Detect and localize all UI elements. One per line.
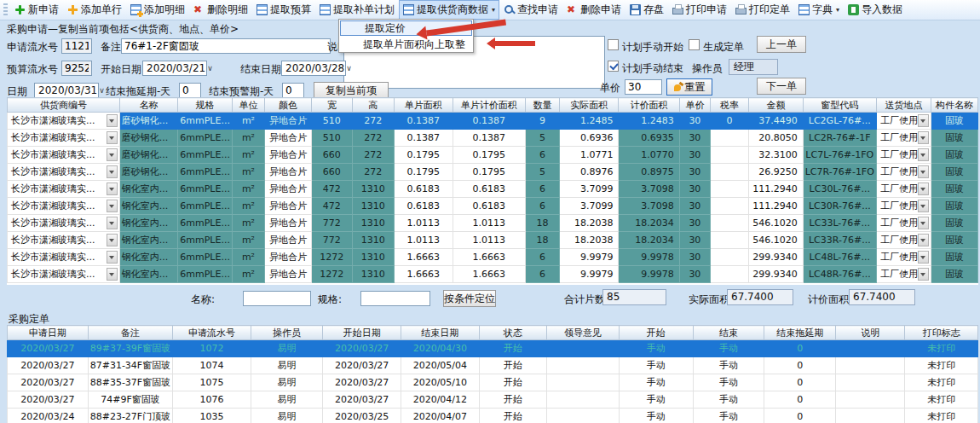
chevron-down-icon[interactable]: [918, 234, 929, 246]
cell[interactable]: LC7R-76#-1FO: [803, 164, 876, 181]
column-header[interactable]: 供货商编号: [8, 98, 120, 113]
cell[interactable]: 易明: [251, 409, 322, 423]
manual-end-checkbox[interactable]: [608, 61, 619, 72]
cell[interactable]: 0.1387: [453, 130, 526, 147]
cell[interactable]: 9.9978: [619, 249, 679, 266]
cell[interactable]: 1.6663: [394, 266, 453, 283]
cell[interactable]: 钢化室内...: [119, 249, 177, 266]
column-header[interactable]: 规格: [178, 98, 233, 113]
cell[interactable]: 未打印: [905, 374, 978, 391]
cell[interactable]: LC7L-76#-1FO: [803, 147, 876, 164]
reset-button[interactable]: 重置: [666, 78, 712, 96]
cell[interactable]: 30: [679, 232, 710, 249]
cell[interactable]: 开始: [479, 357, 546, 374]
cell[interactable]: 固玻: [931, 266, 977, 283]
extract-budget-button[interactable]: 提取预算: [252, 0, 315, 20]
delivery-dropdown-cell[interactable]: 工厂使用: [876, 130, 931, 147]
column-header[interactable]: 结束拖延期: [764, 326, 836, 340]
cell[interactable]: m²: [232, 130, 264, 147]
cell[interactable]: [547, 374, 620, 391]
cell[interactable]: 固玻: [931, 198, 977, 215]
cell[interactable]: 18.2038: [559, 215, 618, 232]
column-header[interactable]: 送货地点: [876, 98, 931, 113]
chevron-down-icon[interactable]: [918, 165, 929, 178]
cell[interactable]: 6: [526, 198, 560, 215]
column-header[interactable]: 开始日期: [323, 326, 401, 340]
delay-field[interactable]: [179, 83, 201, 98]
chevron-down-icon[interactable]: [107, 200, 118, 212]
cell[interactable]: 异地合片: [265, 130, 312, 147]
table-row[interactable]: 长沙市潇湘玻璃实...钢化室内...6mmPLE...m²异地合片1272131…: [8, 249, 978, 266]
column-header[interactable]: 结束: [693, 326, 764, 340]
cell[interactable]: 18.2038: [559, 232, 618, 249]
cell[interactable]: 0.6183: [453, 181, 526, 198]
cell[interactable]: [836, 374, 905, 391]
cell[interactable]: 6mmPLE...: [178, 266, 233, 283]
cell[interactable]: [711, 147, 749, 164]
cell[interactable]: 0.6935: [619, 130, 679, 147]
cell[interactable]: 89#37-39F窗固玻: [88, 340, 173, 357]
cell[interactable]: 2020/04/07: [401, 409, 480, 423]
cell[interactable]: 272: [352, 113, 394, 130]
supplier-dropdown-cell[interactable]: 长沙市潇湘玻璃实...: [8, 164, 120, 181]
cell[interactable]: 1.6663: [394, 249, 453, 266]
cell[interactable]: 固玻: [931, 215, 977, 232]
cell[interactable]: 异地合片: [265, 164, 312, 181]
cell[interactable]: 87#31-34F窗固玻: [88, 357, 173, 374]
column-header[interactable]: 构件名称: [931, 98, 977, 113]
table-row[interactable]: 长沙市潇湘玻璃实...磨砂钢化...6mmPLE...m²异地合片5102720…: [8, 130, 978, 147]
column-header[interactable]: 单价: [679, 98, 710, 113]
cell[interactable]: 钢化室内...: [119, 232, 177, 249]
chevron-down-icon[interactable]: [918, 251, 929, 264]
cell[interactable]: 0.1795: [394, 147, 453, 164]
cell[interactable]: 0.1795: [453, 147, 526, 164]
cell[interactable]: 6mmPLE...: [178, 215, 233, 232]
cell[interactable]: 2020/05/04: [401, 357, 480, 374]
cell[interactable]: 磨砂钢化...: [119, 113, 177, 130]
import-data-button[interactable]: 导入数据: [844, 0, 907, 20]
cell[interactable]: 1.2483: [619, 113, 679, 130]
copy-current-button[interactable]: 复制当前项: [314, 82, 389, 99]
cell[interactable]: 0: [764, 357, 836, 374]
cell[interactable]: 18.2034: [619, 215, 679, 232]
find-request-button[interactable]: 查找申请: [499, 0, 562, 20]
end-date-combo[interactable]: 2020/03/28∨: [281, 61, 346, 76]
cell[interactable]: [711, 215, 749, 232]
table-row[interactable]: 2020/03/2787#31-34F窗固玻1074易明2020/03/2720…: [8, 357, 978, 374]
chevron-down-icon[interactable]: [918, 217, 929, 229]
supplier-dropdown-cell[interactable]: 长沙市潇湘玻璃实...: [8, 198, 120, 215]
cell[interactable]: 1074: [173, 357, 251, 374]
cell[interactable]: [711, 232, 749, 249]
cell[interactable]: 异地合片: [265, 249, 312, 266]
cell[interactable]: 0.1387: [453, 113, 526, 130]
cell[interactable]: 0.6183: [394, 181, 453, 198]
cell[interactable]: LC48L-76#...: [803, 249, 876, 266]
delete-detail-button[interactable]: 删除明细: [189, 0, 252, 20]
delivery-dropdown-cell[interactable]: 工厂使用: [876, 181, 931, 198]
cell[interactable]: [836, 340, 905, 357]
cell[interactable]: 未打印: [905, 357, 978, 374]
cell[interactable]: 9.9978: [619, 266, 679, 283]
cell[interactable]: 异地合片: [265, 147, 312, 164]
cell[interactable]: 手动: [619, 409, 693, 423]
table-row[interactable]: 2020/03/2788#35-37F窗固玻1075易明2020/03/2720…: [8, 374, 978, 391]
cell[interactable]: 5: [526, 130, 560, 147]
cell[interactable]: [711, 249, 749, 266]
cell[interactable]: 固玻: [931, 249, 977, 266]
table-row[interactable]: 长沙市潇湘玻璃实...钢化室内...6mmPLE...m²异地合片4721310…: [8, 198, 978, 215]
cell[interactable]: 1075: [173, 374, 251, 391]
column-header[interactable]: 宽: [312, 98, 353, 113]
cell[interactable]: 0.1387: [394, 130, 453, 147]
cell[interactable]: 272: [352, 130, 394, 147]
remark-field[interactable]: [121, 38, 331, 54]
cell[interactable]: 钢化室内...: [119, 198, 177, 215]
column-header[interactable]: 开始: [619, 326, 693, 340]
cell[interactable]: 0: [764, 374, 836, 391]
cell[interactable]: 0: [764, 409, 836, 423]
print-order-button[interactable]: 打印定单: [731, 0, 794, 20]
cell[interactable]: 1310: [352, 181, 394, 198]
cell[interactable]: 钢化室内...: [119, 266, 177, 283]
delivery-dropdown-cell[interactable]: 工厂使用: [876, 249, 931, 266]
delivery-dropdown-cell[interactable]: 工厂使用: [876, 147, 931, 164]
next-order-button[interactable]: 下一单: [757, 78, 806, 95]
